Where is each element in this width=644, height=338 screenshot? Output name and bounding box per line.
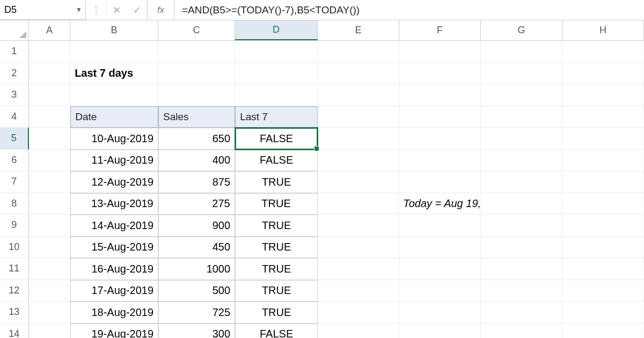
cell-F11[interactable]	[399, 258, 481, 280]
row-header-12[interactable]: 12	[0, 280, 29, 302]
cell-A4[interactable]	[29, 106, 71, 128]
fx-label[interactable]: fx	[148, 0, 174, 20]
row-header-10[interactable]: 10	[0, 237, 29, 259]
cell-G11[interactable]	[481, 258, 562, 280]
cell-A1[interactable]	[29, 41, 71, 63]
cell-G8[interactable]	[481, 193, 562, 215]
cell-A14[interactable]	[29, 324, 71, 339]
cell-C9-sales[interactable]: 900	[158, 215, 235, 237]
cell-A8[interactable]	[29, 193, 70, 215]
name-box[interactable]: D5 ▼	[0, 0, 86, 20]
table-header-date[interactable]: Date	[70, 106, 158, 128]
cell-E11[interactable]	[318, 258, 399, 280]
cell-C10-sales[interactable]: 450	[158, 237, 235, 259]
row-header-3[interactable]: 3	[0, 84, 29, 106]
cell-E10[interactable]	[318, 237, 399, 259]
col-header-H[interactable]: H	[562, 20, 644, 40]
cell-E13[interactable]	[318, 302, 399, 324]
cell-E8[interactable]	[318, 193, 399, 215]
cell-F14[interactable]	[399, 324, 481, 339]
col-header-E[interactable]: E	[318, 20, 399, 40]
cell-F7[interactable]	[399, 171, 481, 193]
cell-D1[interactable]	[235, 41, 318, 63]
cell-D9-last7[interactable]: TRUE	[235, 215, 318, 237]
cell-A7[interactable]	[29, 171, 71, 193]
col-header-D[interactable]: D	[235, 20, 318, 40]
cell-C11-sales[interactable]: 1000	[158, 258, 235, 280]
cell-A12[interactable]	[29, 280, 71, 302]
row-header-5[interactable]: 5	[0, 128, 29, 150]
cell-G2[interactable]	[481, 63, 562, 85]
cell-C5-sales[interactable]: 650	[158, 128, 235, 150]
cell-E4[interactable]	[318, 106, 399, 128]
cell-H7[interactable]	[562, 171, 644, 193]
cell-B14-date[interactable]: 19-Aug-2019	[70, 324, 158, 339]
cell-G1[interactable]	[481, 41, 562, 63]
cell-D3[interactable]	[235, 84, 318, 106]
row-header-9[interactable]: 9	[0, 215, 29, 237]
cell-B7-date[interactable]: 12-Aug-2019	[70, 171, 158, 193]
cell-D2[interactable]	[235, 63, 318, 85]
row-header-13[interactable]: 13	[0, 302, 29, 324]
cell-B10-date[interactable]: 15-Aug-2019	[70, 237, 158, 259]
cell-E5[interactable]	[318, 128, 399, 150]
cell-H13[interactable]	[562, 302, 644, 324]
cell-F6[interactable]	[399, 150, 481, 172]
cell-E12[interactable]	[318, 280, 399, 302]
row-header-4[interactable]: 4	[0, 106, 29, 128]
cell-C13-sales[interactable]: 725	[158, 302, 235, 324]
cell-B6-date[interactable]: 11-Aug-2019	[70, 150, 158, 172]
cell-E1[interactable]	[318, 41, 399, 63]
cell-G10[interactable]	[481, 237, 562, 259]
cell-G12[interactable]	[481, 280, 562, 302]
cell-E6[interactable]	[318, 150, 399, 172]
cell-A11[interactable]	[29, 258, 71, 280]
col-header-A[interactable]: A	[29, 20, 70, 40]
cell-A2[interactable]	[29, 63, 71, 85]
cell-C6-sales[interactable]: 400	[158, 150, 235, 172]
cell-D6-last7[interactable]: FALSE	[235, 150, 318, 172]
cell-H10[interactable]	[562, 237, 644, 259]
row-header-6[interactable]: 6	[0, 150, 29, 172]
enter-icon[interactable]: ✓	[127, 0, 147, 20]
cell-F9[interactable]	[399, 215, 481, 237]
cell-H1[interactable]	[562, 41, 644, 63]
cell-H2[interactable]	[562, 63, 644, 85]
cell-C14-sales[interactable]: 300	[158, 324, 235, 339]
cell-H12[interactable]	[562, 280, 644, 302]
row-header-14[interactable]: 14	[0, 324, 29, 339]
cell-G9[interactable]	[481, 215, 562, 237]
sheet-title[interactable]: Last 7 days	[70, 63, 158, 85]
cell-A10[interactable]	[29, 237, 71, 259]
cell-D10-last7[interactable]: TRUE	[235, 237, 318, 259]
cell-H9[interactable]	[562, 215, 644, 237]
row-header-1[interactable]: 1	[0, 41, 29, 63]
cell-F2[interactable]	[399, 63, 481, 85]
formula-input[interactable]: =AND(B5>=(TODAY()-7),B5<TODAY())	[174, 0, 644, 20]
cell-D12-last7[interactable]: TRUE	[235, 280, 318, 302]
cell-D14-last7[interactable]: FALSE	[235, 324, 318, 339]
cell-D5-last7[interactable]: FALSE	[235, 128, 318, 150]
cell-C12-sales[interactable]: 500	[158, 280, 235, 302]
cell-B11-date[interactable]: 16-Aug-2019	[70, 258, 158, 280]
select-all-button[interactable]	[0, 20, 29, 40]
cell-A13[interactable]	[29, 302, 71, 324]
cell-E14[interactable]	[318, 324, 399, 339]
cell-D11-last7[interactable]: TRUE	[235, 258, 318, 280]
cell-B13-date[interactable]: 18-Aug-2019	[70, 302, 158, 324]
cell-F12[interactable]	[399, 280, 481, 302]
cell-E7[interactable]	[318, 171, 399, 193]
col-header-C[interactable]: C	[158, 20, 235, 40]
cell-D13-last7[interactable]: TRUE	[235, 302, 318, 324]
cell-C3[interactable]	[158, 84, 235, 106]
cancel-icon[interactable]: ✕	[106, 0, 127, 20]
cell-F4[interactable]	[399, 106, 481, 128]
cell-F3[interactable]	[399, 84, 481, 106]
cell-A9[interactable]	[29, 215, 71, 237]
cell-B1[interactable]	[70, 41, 158, 63]
cell-G13[interactable]	[481, 302, 562, 324]
cell-G14[interactable]	[481, 324, 562, 339]
cell-F10[interactable]	[399, 237, 481, 259]
cell-B9-date[interactable]: 14-Aug-2019	[70, 215, 158, 237]
chevron-down-icon[interactable]: ▼	[76, 6, 82, 13]
